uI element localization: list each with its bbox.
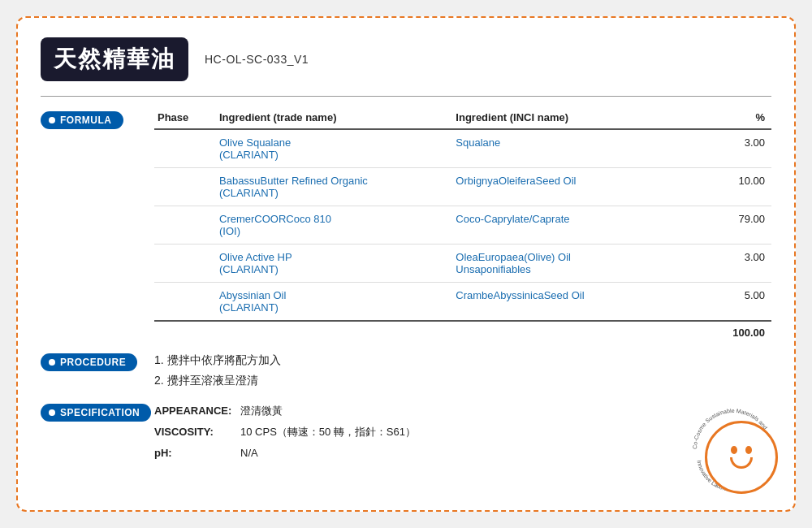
spec-label: VISCOSITY:: [154, 422, 235, 443]
title-box: 天然精華油: [41, 37, 188, 81]
cell-inci-name: Squalane: [452, 129, 699, 168]
formula-table-wrapper: Phase Ingredient (trade name) Ingredient…: [154, 108, 771, 342]
cell-trade-name: BabassuButter Refined Organic(CLARIANT): [216, 168, 452, 206]
spec-label-badge: SPECIFICATION: [41, 404, 151, 422]
smiley-eyes: [731, 446, 752, 454]
smiley-eye-left: [731, 446, 737, 454]
spec-label-text: SPECIFICATION: [60, 407, 140, 418]
formula-table: Phase Ingredient (trade name) Ingredient…: [154, 108, 771, 322]
header-row: 天然精華油 HC-OL-SC-033_V1: [41, 37, 771, 81]
procedure-label-text: PROCEDURE: [60, 357, 126, 368]
formula-label-badge: FORMULA: [41, 111, 123, 129]
page-title: 天然精華油: [54, 46, 175, 71]
formula-left: FORMULA: [41, 108, 154, 342]
spec-value: N/A: [240, 443, 258, 464]
cell-phase: [154, 206, 216, 245]
cell-trade-name: Abyssinian Oil(CLARIANT): [216, 283, 452, 322]
cell-inci-name: Coco-Caprylate/Caprate: [452, 206, 699, 245]
cell-pct: 10.00: [699, 168, 771, 206]
col-pct: %: [699, 108, 771, 129]
total-value: 100.00: [732, 327, 765, 339]
spec-value: 澄清微黃: [240, 400, 283, 422]
cell-inci-name: OleaEuropaea(Olive) OilUnsaponifiables: [452, 245, 699, 283]
cell-phase: [154, 283, 216, 322]
cell-inci-name: OrbignyaOleiferaSeed Oil: [452, 168, 699, 206]
total-row: 100.00: [154, 322, 771, 342]
spec-label: APPEARANCE:: [154, 400, 235, 422]
spec-row: pH:N/A: [154, 443, 771, 464]
table-row: Olive Squalane(CLARIANT)Squalane3.00: [154, 129, 771, 168]
smiley-mouth: [730, 457, 753, 469]
top-divider: [41, 96, 771, 97]
procedure-left: PROCEDURE: [41, 350, 154, 391]
spec-dot: [49, 409, 55, 416]
col-inci: Ingredient (INCI name): [452, 108, 699, 129]
spec-label: pH:: [154, 443, 235, 464]
cell-pct: 5.00: [699, 283, 771, 322]
cell-pct: 79.00: [699, 206, 771, 245]
table-row: CremerCOORCoco 810(IOI)Coco-Caprylate/Ca…: [154, 206, 771, 245]
formula-right: Phase Ingredient (trade name) Ingredient…: [154, 108, 771, 342]
formula-dot: [49, 117, 55, 123]
procedure-label-badge: PROCEDURE: [41, 353, 137, 371]
smiley-eye-right: [745, 446, 752, 454]
table-row: Olive Active HP(CLARIANT)OleaEuropaea(Ol…: [154, 245, 771, 283]
cell-trade-name: CremerCOORCoco 810(IOI): [216, 206, 452, 245]
procedure-right: 1. 攪拌中依序將配方加入2. 攪拌至溶液呈澄清: [154, 350, 771, 391]
table-header-row: Phase Ingredient (trade name) Ingredient…: [154, 108, 771, 129]
col-phase: Phase: [154, 108, 216, 129]
col-trade: Ingredient (trade name): [216, 108, 452, 129]
formula-label-text: FORMULA: [60, 115, 112, 126]
procedure-dot: [49, 359, 55, 366]
cell-inci-name: CrambeAbyssinicaSeed Oil: [452, 283, 699, 322]
cell-trade-name: Olive Active HP(CLARIANT): [216, 245, 452, 283]
cell-phase: [154, 168, 216, 206]
cell-pct: 3.00: [699, 245, 771, 283]
formula-section: FORMULA Phase Ingredient (trade name) In…: [41, 108, 771, 342]
spec-section: SPECIFICATION APPEARANCE:澄清微黃VISCOSITY:1…: [41, 400, 771, 464]
cell-trade-name: Olive Squalane(CLARIANT): [216, 129, 452, 168]
spec-value: 10 CPS（轉速：50 轉，指針：S61）: [240, 422, 416, 443]
procedure-section: PROCEDURE 1. 攪拌中依序將配方加入2. 攪拌至溶液呈澄清: [41, 350, 771, 391]
spec-row: APPEARANCE:澄清微黃: [154, 400, 771, 422]
main-card: 天然精華油 HC-OL-SC-033_V1 FORMULA Phase Ingr…: [16, 16, 796, 512]
spec-right: APPEARANCE:澄清微黃VISCOSITY:10 CPS（轉速：50 轉，…: [154, 400, 771, 464]
procedure-step: 2. 攪拌至溶液呈澄清: [154, 370, 771, 391]
procedure-step: 1. 攪拌中依序將配方加入: [154, 350, 771, 370]
cell-pct: 3.00: [699, 129, 771, 168]
doc-id: HC-OL-SC-033_V1: [205, 53, 309, 66]
smiley-logo: [705, 421, 778, 494]
cell-phase: [154, 129, 216, 168]
spec-left: SPECIFICATION: [41, 400, 154, 464]
logo-container: Co-Cosme Sustainable Materials and Innov…: [689, 405, 778, 494]
table-row: Abyssinian Oil(CLARIANT)CrambeAbyssinica…: [154, 283, 771, 322]
table-row: BabassuButter Refined Organic(CLARIANT)O…: [154, 168, 771, 206]
cell-phase: [154, 245, 216, 283]
spec-row: VISCOSITY:10 CPS（轉速：50 轉，指針：S61）: [154, 422, 771, 443]
